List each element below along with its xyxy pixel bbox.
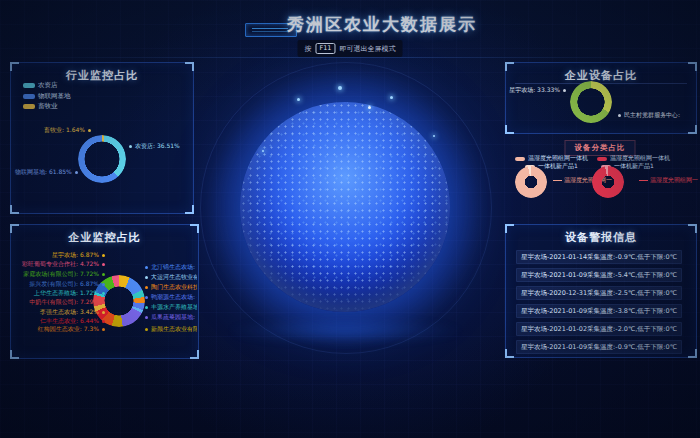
legend-swatch	[23, 83, 35, 88]
pie-label: 农资店: 36.51%	[129, 142, 180, 150]
legend-swatch	[597, 157, 607, 161]
header-divider	[0, 57, 700, 58]
fullscreen-hint: 按 F11 即可退出全屏模式	[297, 40, 402, 57]
pie-label: 陶门生态农业科技有限公	[145, 283, 197, 291]
pie-label: 星宇农场: 6.87%	[13, 251, 105, 259]
hint-prefix: 按	[304, 44, 311, 54]
pie-label: 畜牧业: 1.64%	[21, 126, 91, 134]
f11-keycap: F11	[315, 43, 335, 54]
legend-label: 畜牧业	[38, 102, 58, 111]
category-donut-chart-right[interactable]	[592, 166, 624, 198]
globe-visualization	[240, 102, 450, 312]
legend-item[interactable]: 物联网基地	[23, 92, 71, 101]
category-donut-chart-left[interactable]	[515, 166, 547, 198]
pie-label: 温湿度光照组网一	[639, 176, 698, 185]
legend-item[interactable]: 畜牧业	[23, 102, 58, 111]
globe-dot-map	[240, 102, 450, 312]
pie-label: 民主村党群服务中心:	[618, 111, 694, 119]
panel-title: 设备警报信息	[506, 230, 696, 245]
alarm-info-panel: 设备警报信息 星宇农场-2021-01-14采集温度:-0.9℃,低于下限:0℃…	[505, 224, 697, 358]
legend-label: 一体机新产品1	[614, 162, 654, 171]
glow-particle	[390, 96, 393, 99]
globe-reflection	[225, 318, 465, 344]
legend-swatch	[23, 104, 35, 109]
legend-label: 农资店	[38, 81, 58, 90]
alarm-row: 星宇农场-2020-12-31采集温度:-2.5℃,低于下限:0℃	[516, 286, 682, 300]
page-title: 秀洲区农业大数据展示	[287, 13, 477, 36]
enterprise-monitor-panel: 企业监控占比 星宇农场: 6.87% 彩旺葡萄专业合作社: 4.72% 家庭农场…	[10, 224, 199, 359]
glow-particle	[262, 150, 264, 152]
pie-label: 家庭农场(有限公司): 7.72%	[13, 270, 105, 278]
device-category-section: 设备分类占比 温湿度光照组网一体机 一体机新产品1 温湿度光照组网一 温湿度光照…	[505, 138, 695, 216]
device-ratio-panel: 企业设备占比 星宇农场: 33.33% 民主村党群服务中心:	[505, 62, 697, 134]
pie-label: 中奶牛(有限公司): 7.29%	[13, 298, 105, 306]
legend-swatch	[23, 94, 35, 99]
pie-label: 北汀锦生态农场: 11.16%	[145, 263, 197, 271]
pie-label: 鸭潮源生态农场: 4.29	[145, 293, 197, 301]
pie-label: 大运河生态牧业有限责任公	[145, 273, 197, 281]
glow-particle	[338, 86, 342, 90]
industry-donut-chart[interactable]	[78, 135, 126, 183]
alarm-row: 星宇农场-2021-01-09采集温度:-0.9℃,低于下限:0℃	[516, 340, 682, 354]
pie-label: 仁丰生态农业: 6.44%	[13, 317, 105, 325]
pie-label: 上华生态养殖场: 1.72%	[13, 289, 105, 297]
legend-swatch	[515, 157, 525, 161]
alarm-row: 星宇农场-2021-01-14采集温度:-0.9℃,低于下限:0℃	[516, 250, 682, 264]
device-donut-chart[interactable]	[570, 81, 612, 123]
pie-label: 瓜果蔬菜园基地: 15.02%	[145, 313, 197, 321]
glow-particle	[297, 98, 300, 101]
dashboard: 秀洲区农业大数据展示 按 F11 即可退出全屏模式 行业监控占比 农资店 物联网…	[0, 0, 700, 438]
alarm-row: 星宇农场-2021-01-09采集温度:-5.4℃,低于下限:0℃	[516, 268, 682, 282]
industry-monitor-panel: 行业监控占比 农资店 物联网基地 畜牧业 畜牧业: 1.64% 农资店: 36.…	[10, 62, 194, 214]
pie-label: 星宇农场: 33.33%	[508, 86, 566, 94]
legend-label: 物联网基地	[38, 92, 71, 101]
pie-label: 丰源水产养殖基地: 1.	[145, 303, 197, 311]
glow-particle	[433, 135, 435, 137]
panel-title: 企业监控占比	[11, 230, 198, 245]
glow-particle	[368, 106, 371, 109]
hint-suffix: 即可退出全屏模式	[340, 44, 396, 54]
pie-label: 振兴发(有限公司): 6.87%	[13, 280, 105, 288]
pie-label: 李强生态农场: 3.42%	[13, 308, 105, 316]
legend-item[interactable]: 农资店	[23, 81, 58, 90]
pie-label: 红梅园生态农业: 7.3%	[13, 325, 105, 333]
pie-label: 彩旺葡萄专业合作社: 4.72%	[13, 260, 105, 268]
alarm-row: 星宇农场-2021-01-09采集温度:-3.8℃,低于下限:0℃	[516, 304, 682, 318]
pie-label: 新颜生态农业有限公司: 6.87	[145, 325, 197, 333]
alarm-row: 星宇农场-2021-01-02采集温度:-2.0℃,低于下限:0℃	[516, 322, 682, 336]
pie-label: 物联网基地: 61.85%	[15, 168, 78, 176]
panel-title: 企业设备占比	[506, 68, 696, 83]
legend-label: 一体机新产品1	[538, 162, 578, 171]
